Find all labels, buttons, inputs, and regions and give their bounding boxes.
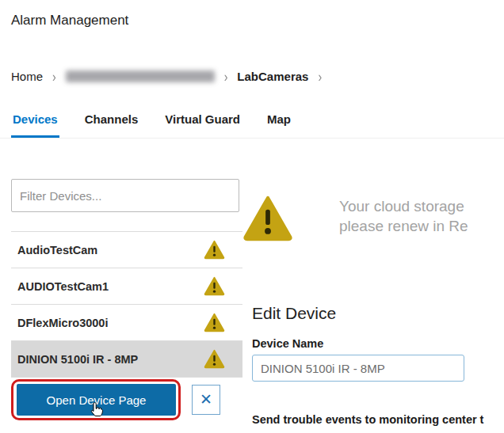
breadcrumb-chevron-icon: › bbox=[52, 68, 56, 85]
cloud-storage-warning-text: Your cloud storage please renew in Re bbox=[339, 196, 468, 236]
warning-line-2: please renew in Re bbox=[339, 216, 468, 236]
open-device-page-button[interactable]: Open Device Page bbox=[17, 384, 176, 416]
close-icon[interactable]: ✕ bbox=[192, 385, 220, 415]
breadcrumb-labcameras[interactable]: LabCameras bbox=[237, 70, 308, 83]
breadcrumb: Home › › LabCameras › bbox=[11, 70, 331, 83]
device-name: AudioTestCam bbox=[17, 244, 97, 256]
edit-device-title: Edit Device bbox=[252, 304, 336, 323]
page-title: Alarm Management bbox=[11, 13, 128, 28]
device-row-selected[interactable]: DINION 5100i IR - 8MP bbox=[11, 341, 242, 378]
device-row[interactable]: DFlexMicro3000i bbox=[11, 305, 242, 341]
breadcrumb-chevron-icon: › bbox=[224, 68, 228, 85]
device-list-panel: AudioTestCam AUDIOTestCam1 DFlexMicro300… bbox=[11, 179, 242, 424]
device-name: DINION 5100i IR - 8MP bbox=[17, 353, 138, 366]
breadcrumb-redacted-segment[interactable] bbox=[66, 70, 215, 82]
warning-icon bbox=[204, 276, 225, 296]
warning-icon bbox=[204, 313, 225, 332]
device-row[interactable]: AudioTestCam bbox=[11, 231, 242, 268]
device-row[interactable]: AUDIOTestCam1 bbox=[11, 268, 242, 305]
device-action-row: Open Device Page ✕ bbox=[11, 378, 242, 424]
device-name: DFlexMicro3000i bbox=[17, 317, 108, 329]
breadcrumb-home[interactable]: Home bbox=[11, 70, 43, 83]
device-name-label: Device Name bbox=[252, 337, 323, 350]
tab-virtual-guard[interactable]: Virtual Guard bbox=[163, 109, 242, 138]
filter-devices-input[interactable] bbox=[11, 179, 239, 212]
warning-icon bbox=[204, 240, 225, 260]
cloud-storage-warning-icon bbox=[242, 195, 294, 242]
device-name: AUDIOTestCam1 bbox=[17, 280, 109, 293]
device-name-input[interactable] bbox=[252, 355, 464, 382]
tab-channels[interactable]: Channels bbox=[83, 109, 140, 138]
device-list: AudioTestCam AUDIOTestCam1 DFlexMicro300… bbox=[11, 231, 242, 424]
breadcrumb-chevron-icon: › bbox=[318, 68, 322, 85]
tab-devices[interactable]: Devices bbox=[11, 109, 59, 138]
warning-line-1: Your cloud storage bbox=[339, 196, 468, 216]
warning-icon bbox=[204, 349, 225, 369]
trouble-events-label: Send trouble events to monitoring center… bbox=[252, 413, 483, 426]
tab-map[interactable]: Map bbox=[265, 109, 292, 138]
tab-bar: Devices Channels Virtual Guard Map bbox=[0, 109, 504, 139]
